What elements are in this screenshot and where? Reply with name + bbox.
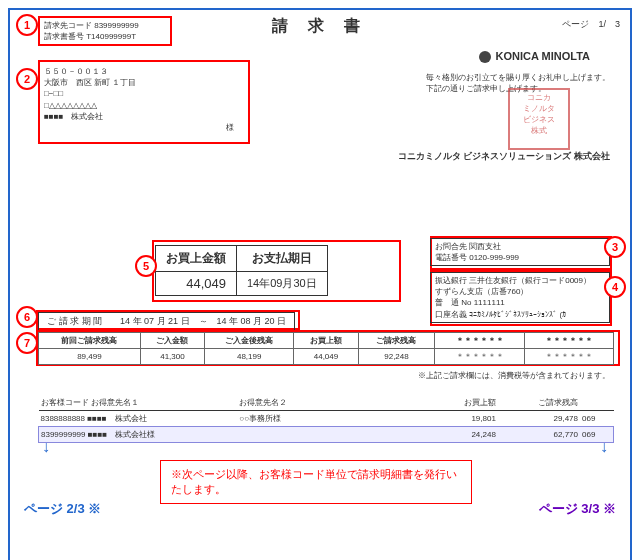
- customer-table: お客様コード お得意先名１ お得意先名２ お買上額 ご請求残高 83888888…: [38, 395, 614, 443]
- bank-info: 振込銀行 三井住友銀行（銀行コード0009） すずらん支店（店番760） 普 通…: [430, 272, 610, 323]
- table-row: 8388888888 ■■■■ 株式会社○○事務所様19,80129,47806…: [39, 411, 614, 427]
- addr: 大阪市 西区 新町 １丁目: [44, 77, 244, 88]
- summary-table: 前回ご請求残高ご入金額ご入金後残高お買上額ご請求残高＊＊＊＊＊＊＊＊＊＊＊＊ 8…: [38, 332, 614, 365]
- page-link-3-3[interactable]: ページ 3/3 ※: [539, 500, 616, 518]
- callout-7: 7: [16, 332, 38, 354]
- contact-info: お問合先 関西支社 電話番号 0120-999-999: [430, 238, 610, 266]
- company-seal: コニカミノルタビジネス株式: [508, 88, 570, 150]
- callout-2: 2: [16, 68, 38, 90]
- billing-period: ご 請 求 期 間 14 年 07 月 21 日 ～ 14 年 08 月 20 …: [38, 312, 295, 331]
- konica-logo: KONICA MINOLTA: [479, 50, 590, 63]
- page-number: ページ 1/ 3: [562, 18, 620, 31]
- page-link-2-3[interactable]: ページ 2/3 ※: [24, 500, 101, 518]
- box-1: 請求先コード 8399999999 請求書番号 T140999999T: [38, 16, 172, 46]
- callout-4: 4: [604, 276, 626, 298]
- document-frame: 1 請求先コード 8399999999 請求書番号 T140999999T 請 …: [8, 8, 632, 560]
- callout-6: 6: [16, 306, 38, 328]
- billing-code: 請求先コード 8399999999: [44, 20, 166, 31]
- callout-3: 3: [604, 236, 626, 258]
- tax-note: ※上記ご請求欄には、消費税等が含まれております。: [418, 370, 610, 381]
- callout-1: 1: [16, 14, 38, 36]
- sama: 様: [44, 122, 244, 133]
- invoice-number: 請求書番号 T140999999T: [44, 31, 166, 42]
- amount-table: お買上金額お支払期日 44,04914年09月30日: [155, 245, 328, 296]
- company-name: コニカミノルタ ビジネスソリューションズ 株式会社: [398, 150, 610, 163]
- callout-5: 5: [135, 255, 157, 277]
- red-note: ※次ページ以降、お客様コード単位で請求明細書を発行いたします。: [160, 460, 472, 504]
- box-2-address: ５５０－００１３ 大阪市 西区 新町 １丁目 □−□□ □△△△△△△△△ ■■…: [38, 60, 250, 144]
- arrow-down-left-icon: ↓: [42, 438, 50, 456]
- table-row-highlighted: 8399999999 ■■■■ 株式会社様24,24862,770069: [39, 427, 614, 443]
- zip: ５５０－００１３: [44, 66, 244, 77]
- arrow-down-right-icon: ↓: [600, 438, 608, 456]
